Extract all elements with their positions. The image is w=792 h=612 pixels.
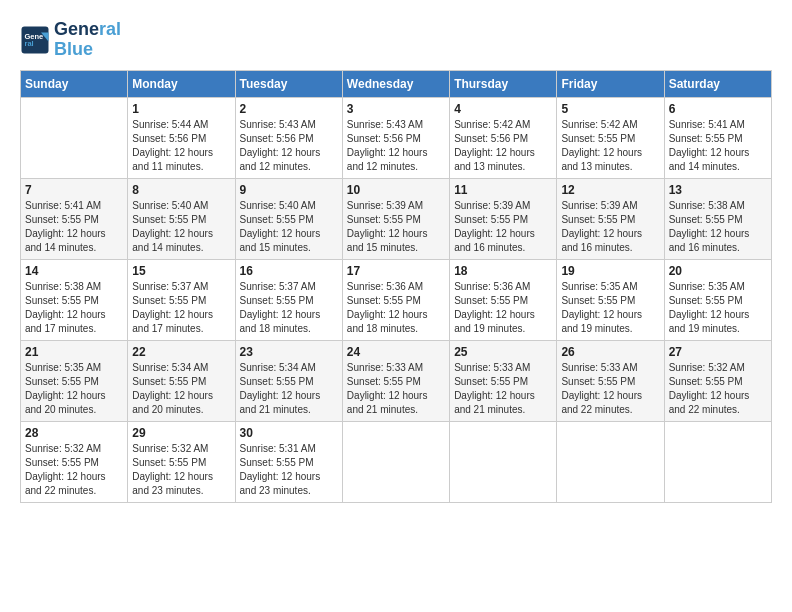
calendar-cell xyxy=(342,421,449,502)
logo-icon: Gene ral xyxy=(20,25,50,55)
day-number: 27 xyxy=(669,345,767,359)
calendar: SundayMondayTuesdayWednesdayThursdayFrid… xyxy=(20,70,772,503)
day-number: 5 xyxy=(561,102,659,116)
day-info: Sunrise: 5:32 AMSunset: 5:55 PMDaylight:… xyxy=(25,442,123,498)
day-number: 15 xyxy=(132,264,230,278)
calendar-cell: 29Sunrise: 5:32 AMSunset: 5:55 PMDayligh… xyxy=(128,421,235,502)
day-number: 21 xyxy=(25,345,123,359)
day-number: 26 xyxy=(561,345,659,359)
weekday-friday: Friday xyxy=(557,70,664,97)
day-info: Sunrise: 5:35 AMSunset: 5:55 PMDaylight:… xyxy=(669,280,767,336)
calendar-cell: 30Sunrise: 5:31 AMSunset: 5:55 PMDayligh… xyxy=(235,421,342,502)
day-number: 25 xyxy=(454,345,552,359)
calendar-cell: 21Sunrise: 5:35 AMSunset: 5:55 PMDayligh… xyxy=(21,340,128,421)
day-info: Sunrise: 5:33 AMSunset: 5:55 PMDaylight:… xyxy=(347,361,445,417)
day-info: Sunrise: 5:37 AMSunset: 5:55 PMDaylight:… xyxy=(240,280,338,336)
day-info: Sunrise: 5:35 AMSunset: 5:55 PMDaylight:… xyxy=(561,280,659,336)
weekday-sunday: Sunday xyxy=(21,70,128,97)
calendar-cell: 27Sunrise: 5:32 AMSunset: 5:55 PMDayligh… xyxy=(664,340,771,421)
day-info: Sunrise: 5:40 AMSunset: 5:55 PMDaylight:… xyxy=(132,199,230,255)
day-number: 29 xyxy=(132,426,230,440)
day-info: Sunrise: 5:36 AMSunset: 5:55 PMDaylight:… xyxy=(454,280,552,336)
calendar-cell xyxy=(664,421,771,502)
calendar-cell: 24Sunrise: 5:33 AMSunset: 5:55 PMDayligh… xyxy=(342,340,449,421)
day-info: Sunrise: 5:37 AMSunset: 5:55 PMDaylight:… xyxy=(132,280,230,336)
calendar-week-2: 7Sunrise: 5:41 AMSunset: 5:55 PMDaylight… xyxy=(21,178,772,259)
day-number: 1 xyxy=(132,102,230,116)
day-number: 30 xyxy=(240,426,338,440)
weekday-wednesday: Wednesday xyxy=(342,70,449,97)
day-info: Sunrise: 5:43 AMSunset: 5:56 PMDaylight:… xyxy=(240,118,338,174)
day-number: 14 xyxy=(25,264,123,278)
calendar-cell: 26Sunrise: 5:33 AMSunset: 5:55 PMDayligh… xyxy=(557,340,664,421)
day-info: Sunrise: 5:34 AMSunset: 5:55 PMDaylight:… xyxy=(132,361,230,417)
day-number: 13 xyxy=(669,183,767,197)
day-info: Sunrise: 5:38 AMSunset: 5:55 PMDaylight:… xyxy=(669,199,767,255)
calendar-cell: 22Sunrise: 5:34 AMSunset: 5:55 PMDayligh… xyxy=(128,340,235,421)
day-number: 2 xyxy=(240,102,338,116)
day-number: 20 xyxy=(669,264,767,278)
calendar-cell: 15Sunrise: 5:37 AMSunset: 5:55 PMDayligh… xyxy=(128,259,235,340)
calendar-week-3: 14Sunrise: 5:38 AMSunset: 5:55 PMDayligh… xyxy=(21,259,772,340)
svg-text:ral: ral xyxy=(25,39,34,48)
day-info: Sunrise: 5:33 AMSunset: 5:55 PMDaylight:… xyxy=(561,361,659,417)
day-info: Sunrise: 5:40 AMSunset: 5:55 PMDaylight:… xyxy=(240,199,338,255)
weekday-tuesday: Tuesday xyxy=(235,70,342,97)
calendar-cell xyxy=(557,421,664,502)
day-info: Sunrise: 5:39 AMSunset: 5:55 PMDaylight:… xyxy=(347,199,445,255)
logo-text: GeneralBlue xyxy=(54,20,121,60)
day-info: Sunrise: 5:33 AMSunset: 5:55 PMDaylight:… xyxy=(454,361,552,417)
calendar-cell: 4Sunrise: 5:42 AMSunset: 5:56 PMDaylight… xyxy=(450,97,557,178)
day-info: Sunrise: 5:38 AMSunset: 5:55 PMDaylight:… xyxy=(25,280,123,336)
calendar-cell: 25Sunrise: 5:33 AMSunset: 5:55 PMDayligh… xyxy=(450,340,557,421)
calendar-cell: 11Sunrise: 5:39 AMSunset: 5:55 PMDayligh… xyxy=(450,178,557,259)
day-number: 23 xyxy=(240,345,338,359)
day-info: Sunrise: 5:44 AMSunset: 5:56 PMDaylight:… xyxy=(132,118,230,174)
day-number: 9 xyxy=(240,183,338,197)
day-info: Sunrise: 5:42 AMSunset: 5:55 PMDaylight:… xyxy=(561,118,659,174)
day-number: 19 xyxy=(561,264,659,278)
day-info: Sunrise: 5:34 AMSunset: 5:55 PMDaylight:… xyxy=(240,361,338,417)
calendar-cell: 10Sunrise: 5:39 AMSunset: 5:55 PMDayligh… xyxy=(342,178,449,259)
calendar-cell: 7Sunrise: 5:41 AMSunset: 5:55 PMDaylight… xyxy=(21,178,128,259)
day-number: 11 xyxy=(454,183,552,197)
day-number: 7 xyxy=(25,183,123,197)
day-info: Sunrise: 5:43 AMSunset: 5:56 PMDaylight:… xyxy=(347,118,445,174)
calendar-cell: 18Sunrise: 5:36 AMSunset: 5:55 PMDayligh… xyxy=(450,259,557,340)
day-number: 17 xyxy=(347,264,445,278)
calendar-cell: 2Sunrise: 5:43 AMSunset: 5:56 PMDaylight… xyxy=(235,97,342,178)
calendar-cell xyxy=(21,97,128,178)
day-number: 18 xyxy=(454,264,552,278)
calendar-cell: 8Sunrise: 5:40 AMSunset: 5:55 PMDaylight… xyxy=(128,178,235,259)
calendar-cell: 14Sunrise: 5:38 AMSunset: 5:55 PMDayligh… xyxy=(21,259,128,340)
day-number: 12 xyxy=(561,183,659,197)
weekday-header: SundayMondayTuesdayWednesdayThursdayFrid… xyxy=(21,70,772,97)
calendar-cell: 3Sunrise: 5:43 AMSunset: 5:56 PMDaylight… xyxy=(342,97,449,178)
calendar-cell: 9Sunrise: 5:40 AMSunset: 5:55 PMDaylight… xyxy=(235,178,342,259)
calendar-cell: 6Sunrise: 5:41 AMSunset: 5:55 PMDaylight… xyxy=(664,97,771,178)
calendar-week-5: 28Sunrise: 5:32 AMSunset: 5:55 PMDayligh… xyxy=(21,421,772,502)
day-info: Sunrise: 5:42 AMSunset: 5:56 PMDaylight:… xyxy=(454,118,552,174)
day-info: Sunrise: 5:36 AMSunset: 5:55 PMDaylight:… xyxy=(347,280,445,336)
day-info: Sunrise: 5:35 AMSunset: 5:55 PMDaylight:… xyxy=(25,361,123,417)
calendar-week-1: 1Sunrise: 5:44 AMSunset: 5:56 PMDaylight… xyxy=(21,97,772,178)
calendar-cell xyxy=(450,421,557,502)
day-number: 10 xyxy=(347,183,445,197)
day-number: 22 xyxy=(132,345,230,359)
day-number: 6 xyxy=(669,102,767,116)
day-info: Sunrise: 5:41 AMSunset: 5:55 PMDaylight:… xyxy=(669,118,767,174)
calendar-cell: 1Sunrise: 5:44 AMSunset: 5:56 PMDaylight… xyxy=(128,97,235,178)
day-number: 16 xyxy=(240,264,338,278)
calendar-cell: 28Sunrise: 5:32 AMSunset: 5:55 PMDayligh… xyxy=(21,421,128,502)
calendar-cell: 13Sunrise: 5:38 AMSunset: 5:55 PMDayligh… xyxy=(664,178,771,259)
day-info: Sunrise: 5:41 AMSunset: 5:55 PMDaylight:… xyxy=(25,199,123,255)
weekday-thursday: Thursday xyxy=(450,70,557,97)
calendar-cell: 19Sunrise: 5:35 AMSunset: 5:55 PMDayligh… xyxy=(557,259,664,340)
weekday-monday: Monday xyxy=(128,70,235,97)
day-info: Sunrise: 5:31 AMSunset: 5:55 PMDaylight:… xyxy=(240,442,338,498)
day-info: Sunrise: 5:39 AMSunset: 5:55 PMDaylight:… xyxy=(561,199,659,255)
calendar-cell: 12Sunrise: 5:39 AMSunset: 5:55 PMDayligh… xyxy=(557,178,664,259)
day-number: 3 xyxy=(347,102,445,116)
day-number: 28 xyxy=(25,426,123,440)
calendar-cell: 23Sunrise: 5:34 AMSunset: 5:55 PMDayligh… xyxy=(235,340,342,421)
